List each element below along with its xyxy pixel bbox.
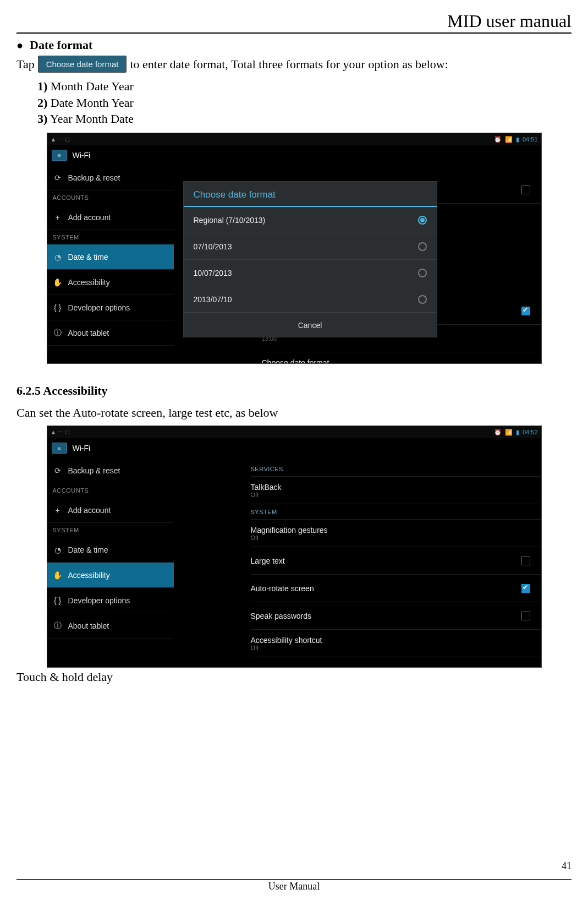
dialog-title: Choose date format <box>184 182 437 207</box>
sidebar-icon: ⟳ <box>53 173 63 182</box>
sidebar-icon: ✋ <box>53 571 63 580</box>
sidebar-item[interactable]: ⓘAbout tablet <box>47 613 174 639</box>
tap-text-1: Tap <box>17 57 35 72</box>
checkbox-icon[interactable] <box>521 557 530 565</box>
wifi-label: Wi-Fi <box>73 151 91 160</box>
footer-label: User Manual <box>17 881 571 892</box>
date-format-options-list: 1) Month Date Year 2) Date Month Year 3)… <box>37 78 571 127</box>
sidebar-icon: ◔ <box>53 546 63 554</box>
checkbox-icon[interactable] <box>521 307 530 315</box>
tap-text-2: to enter date format, Total three format… <box>130 57 448 72</box>
status-left-icons: ▲ ⋯ □ <box>51 429 70 436</box>
sidebar-item[interactable]: ◔Date & time <box>47 244 174 270</box>
dialog-option[interactable]: Regional (7/10/2013) <box>184 207 437 233</box>
setting-row[interactable]: Accessibility shortcutOff <box>251 630 541 657</box>
settings-toggle-icon[interactable] <box>52 150 67 161</box>
sidebar-item-label: Add account <box>68 506 111 515</box>
sidebar-item-label: Date & time <box>68 253 108 261</box>
tap-instruction: Tap Choose date format to enter date for… <box>17 56 571 73</box>
dialog-option[interactable]: 07/10/2013 <box>184 233 437 260</box>
accessibility-desc: Can set the Auto-rotate screen, large te… <box>17 406 571 420</box>
dialog-cancel-button[interactable]: Cancel <box>184 313 437 337</box>
sidebar-icon: ◔ <box>53 253 63 261</box>
sidebar-icon: + <box>53 213 63 222</box>
sidebar-item[interactable]: ✋Accessibility <box>47 563 174 588</box>
choose-date-format-button[interactable]: Choose date format <box>38 56 127 73</box>
status-bar: ▲ ⋯ □ ⏰ 📶 ▮ 04:51 <box>47 133 541 145</box>
dialog-option[interactable]: 2013/07/10 <box>184 286 437 313</box>
checkbox-icon[interactable] <box>521 186 530 194</box>
choose-date-format-dialog: Choose date format Regional (7/10/2013) … <box>184 182 437 337</box>
wifi-label: Wi-Fi <box>73 444 91 452</box>
list-item: 2) Date Month Year <box>37 95 571 111</box>
sidebar-item[interactable]: ⓘAbout tablet <box>47 320 174 346</box>
sidebar-item-label: SYSTEM <box>53 527 79 533</box>
sidebar-item-label: Add account <box>68 213 111 222</box>
sidebar-category: ACCOUNTS <box>47 190 174 205</box>
sidebar-item-label: Accessibility <box>68 571 110 580</box>
sidebar-item-label: Backup & reset <box>68 466 120 475</box>
page-number: 41 <box>562 860 571 872</box>
setting-row[interactable]: Magnification gesturesOff <box>251 520 541 547</box>
sidebar-item-label: About tablet <box>68 329 109 337</box>
radio-icon[interactable] <box>418 269 427 277</box>
status-bar: ▲ ⋯ □ ⏰ 📶 ▮ 04:52 <box>47 426 541 438</box>
setting-row[interactable]: Speak passwords <box>251 602 541 630</box>
battery-icon: ▮ <box>516 429 519 436</box>
sidebar-category: SYSTEM <box>47 230 174 244</box>
wifi-row[interactable]: Wi-Fi <box>47 438 541 458</box>
status-clock: 04:51 <box>523 136 538 143</box>
wifi-icon: 📶 <box>505 429 513 436</box>
sidebar-item-label: ACCOUNTS <box>53 487 89 494</box>
list-item: 3) Year Month Date <box>37 111 571 127</box>
settings-sidebar: ⟳Backup & resetACCOUNTS+Add accountSYSTE… <box>47 165 174 363</box>
sidebar-icon: { } <box>53 596 63 605</box>
settings-main-pane: SERVICES TalkBack Off SYSTEM Magnificati… <box>174 458 541 667</box>
status-left-icons: ▲ ⋯ □ <box>51 136 70 143</box>
sidebar-item[interactable]: ⟳Backup & reset <box>47 458 174 483</box>
setting-row-choose-format[interactable]: Choose date format 12/31/2013 <box>262 352 541 364</box>
sidebar-item-label: SYSTEM <box>53 234 79 241</box>
sidebar-category: ACCOUNTS <box>47 483 174 498</box>
setting-row[interactable]: Large text <box>251 547 541 575</box>
alarm-icon: ⏰ <box>494 136 502 143</box>
settings-toggle-icon[interactable] <box>52 443 67 454</box>
settings-sidebar: ⟳Backup & resetACCOUNTS+Add accountSYSTE… <box>47 458 174 667</box>
screenshot-date-format: ▲ ⋯ □ ⏰ 📶 ▮ 04:51 Wi-Fi ⟳Backup & resetA… <box>47 133 542 364</box>
sidebar-item-label: Developer options <box>68 303 130 312</box>
heading-accessibility: 6.2.5 Accessibility <box>17 384 571 398</box>
sidebar-item[interactable]: ⟳Backup & reset <box>47 165 174 190</box>
sidebar-item[interactable]: { }Developer options <box>47 588 174 613</box>
sidebar-icon: ⓘ <box>53 621 63 631</box>
heading-date-format: Date format <box>17 38 571 52</box>
sidebar-item[interactable]: +Add account <box>47 498 174 523</box>
sidebar-item[interactable]: ◔Date & time <box>47 537 174 563</box>
checkbox-icon[interactable] <box>521 584 530 593</box>
sidebar-icon: { } <box>53 303 63 312</box>
setting-row-talkback[interactable]: TalkBack Off <box>251 477 541 504</box>
touch-hold-delay-text: Touch & hold delay <box>17 670 571 684</box>
sidebar-item-label: ACCOUNTS <box>53 194 89 201</box>
screenshot-accessibility: ▲ ⋯ □ ⏰ 📶 ▮ 04:52 Wi-Fi ⟳Backup & resetA… <box>47 426 542 668</box>
sidebar-item-label: Developer options <box>68 596 130 605</box>
wifi-row[interactable]: Wi-Fi <box>47 145 541 165</box>
dialog-option[interactable]: 10/07/2013 <box>184 260 437 286</box>
checkbox-icon[interactable] <box>521 612 530 620</box>
radio-icon[interactable] <box>418 295 427 304</box>
sidebar-item[interactable]: +Add account <box>47 205 174 230</box>
page-footer: 41 User Manual <box>17 879 571 892</box>
sidebar-icon: + <box>53 506 63 515</box>
sidebar-icon: ⟳ <box>53 466 63 475</box>
sidebar-item[interactable]: { }Developer options <box>47 295 174 320</box>
radio-icon[interactable] <box>418 216 427 225</box>
sidebar-item[interactable]: ✋Accessibility <box>47 270 174 295</box>
sidebar-category: SYSTEM <box>47 523 174 537</box>
category-services: SERVICES <box>251 461 541 477</box>
radio-icon[interactable] <box>418 242 427 251</box>
setting-row[interactable]: Auto-rotate screen <box>251 575 541 602</box>
status-clock: 04:52 <box>523 429 538 435</box>
list-item: 1) Month Date Year <box>37 78 571 95</box>
wifi-icon: 📶 <box>505 136 513 143</box>
category-system: SYSTEM <box>251 504 541 520</box>
doc-header: MID user manual <box>17 11 571 34</box>
